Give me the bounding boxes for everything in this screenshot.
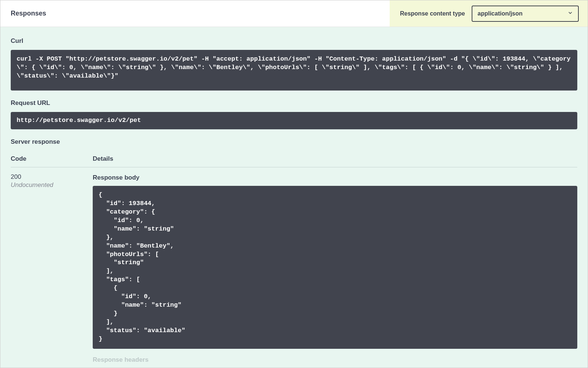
server-response-label: Server response <box>11 138 577 146</box>
response-headers-label: Response headers <box>93 356 577 364</box>
responses-header: Responses Response content type applicat… <box>0 0 588 27</box>
request-url-label: Request URL <box>11 99 577 107</box>
swagger-responses-panel: Responses Response content type applicat… <box>0 0 588 368</box>
content-type-label: Response content type <box>400 10 465 17</box>
column-code: Code <box>11 155 93 163</box>
response-body-label: Response body <box>93 174 577 181</box>
response-undocumented: Undocumented <box>11 181 93 189</box>
content-type-area: Response content type application/json <box>390 0 588 27</box>
request-url-block[interactable]: http://petstore.swagger.io/v2/pet <box>11 112 577 129</box>
response-code-cell: 200 Undocumented <box>11 173 93 368</box>
responses-body: Curl curl -X POST "http://petstore.swagg… <box>0 27 588 368</box>
server-response-table: Code Details 200 Undocumented Response b… <box>11 151 577 368</box>
column-details: Details <box>93 155 577 163</box>
server-response-row: 200 Undocumented Response body { "id": 1… <box>11 167 577 368</box>
response-code: 200 <box>11 173 93 181</box>
chevron-down-icon <box>568 10 573 17</box>
content-type-value: application/json <box>478 10 523 17</box>
curl-label: Curl <box>11 37 577 45</box>
response-body-block[interactable]: { "id": 193844, "category": { "id": 0, "… <box>93 186 577 349</box>
responses-title: Responses <box>0 10 46 17</box>
response-details-cell: Response body { "id": 193844, "category"… <box>93 173 577 368</box>
curl-command-block[interactable]: curl -X POST "http://petstore.swagger.io… <box>11 50 577 91</box>
content-type-select[interactable]: application/json <box>472 6 579 22</box>
server-response-table-head: Code Details <box>11 151 577 167</box>
